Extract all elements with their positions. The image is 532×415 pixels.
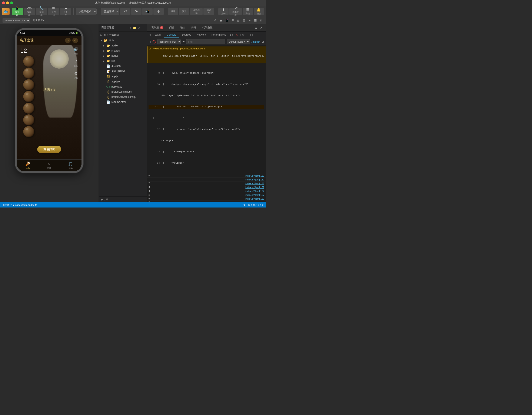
tab-console[interactable]: Console <box>164 32 179 38</box>
console-inspect-icon[interactable]: ⊡ <box>149 33 151 37</box>
tab-debugger-header[interactable]: 调试器 4 <box>149 25 166 30</box>
visual-button[interactable]: 👁 可视化 <box>48 8 59 15</box>
tab-wxml[interactable]: Wxml <box>152 32 164 38</box>
filter-toggle-icon[interactable]: ⊡ <box>149 40 151 43</box>
status-settings-icon[interactable]: ⚙ <box>243 204 245 207</box>
skin-button[interactable]: ⚙ 皮肤 <box>74 71 78 79</box>
bead-7[interactable] <box>23 126 34 137</box>
simulator-button[interactable]: 📱 模拟器 <box>12 8 23 15</box>
cloud-button[interactable]: ☁ 云开发 <box>60 8 71 15</box>
message-button[interactable]: 🔔 消息 <box>254 8 264 15</box>
menu-button[interactable]: ☰ <box>253 18 258 23</box>
app-service-select[interactable]: appservice (#1) <box>157 39 181 44</box>
refresh-button[interactable]: ↺ <box>120 8 131 15</box>
copy-path-icon[interactable]: ⊡ <box>35 204 37 207</box>
file-appwxss[interactable]: CSS app.wxss <box>99 84 147 89</box>
new-file-icon[interactable]: + <box>130 26 132 30</box>
debugger-button[interactable]: 🔧 调试器 <box>36 8 47 15</box>
buddha-background[interactable]: 12 <box>17 45 82 159</box>
reset-button[interactable]: ↺ 重置 <box>74 59 78 67</box>
editor-button[interactable]: </> 编辑器 <box>24 8 35 15</box>
desktop-button[interactable]: 🖥 <box>242 18 247 23</box>
folder-pages[interactable]: ▶ 📂 pages <box>99 53 147 58</box>
file-link-6[interactable]: index.js? [sm]:167 <box>245 198 264 200</box>
bead-3[interactable] <box>23 79 34 90</box>
opened-editors-section[interactable]: ▶ 打开的编辑器 <box>99 32 147 38</box>
tab-code-quality[interactable]: 代码质量 <box>200 25 215 30</box>
console-settings-icon[interactable]: ⚙ <box>242 33 245 37</box>
tab-nianzhu[interactable]: ○ 念珠 <box>47 161 51 169</box>
preview-icon-button[interactable]: 👁 <box>131 8 142 15</box>
refresh-tree-icon[interactable]: ↺ <box>138 26 140 30</box>
folder-images[interactable]: ▶ 📂 images <box>99 48 147 53</box>
file-appjs[interactable]: JS app.js <box>99 74 147 79</box>
tab-songbo[interactable]: 🎵 颂钵 <box>68 161 73 170</box>
tab-sources[interactable]: Sources <box>179 32 194 38</box>
folder-audio[interactable]: ▶ 📂 audio <box>99 43 147 48</box>
file-link-2[interactable]: index.js? [sm]:167 <box>245 182 264 185</box>
inspect-button[interactable]: ⊡ <box>236 18 240 23</box>
bead-4[interactable] <box>23 91 34 102</box>
console-layout-icon[interactable]: ⊟ <box>250 33 253 37</box>
more-tabs-icon[interactable]: >> <box>230 33 233 37</box>
copy-button[interactable]: ⧉ <box>231 18 235 23</box>
tab-mugu[interactable]: 🪘 木鱼 <box>25 161 30 170</box>
file-link-3[interactable]: index.js? [sm]:167 <box>245 186 264 188</box>
file-readme-html[interactable]: 📄 readme.html <box>99 99 147 105</box>
hotreload-button[interactable]: 热重载 开▾ <box>32 18 46 22</box>
more-icon[interactable]: ··· <box>65 38 71 43</box>
phone-view-button[interactable]: 📱 <box>225 18 230 23</box>
file-projectconfig[interactable]: {} project.config.json <box>99 89 147 94</box>
minimize-button[interactable] <box>6 1 9 4</box>
sound-button[interactable]: 🔊 声音 <box>73 47 78 55</box>
close-button[interactable] <box>2 1 5 4</box>
preview-right-button[interactable]: 预览 <box>179 8 190 15</box>
maximize-button[interactable] <box>10 1 13 4</box>
nav-circle-icon[interactable]: ⊙ <box>72 38 78 43</box>
more-tree-icon[interactable]: ··· <box>142 26 144 30</box>
compile-select[interactable]: 普通编译 <box>101 8 119 15</box>
layers-button[interactable]: ⊕ <box>153 8 164 15</box>
clear-cache-button[interactable]: 清缓存 <box>203 8 214 15</box>
file-link-5[interactable]: index.js? [sm]:167 <box>245 194 264 196</box>
user-avatar[interactable]: 🐟 <box>2 8 10 15</box>
file-link-4[interactable]: index.js? [sm]:167 <box>245 190 264 192</box>
tab-performance[interactable]: Performance <box>209 32 229 38</box>
details-button[interactable]: ☰ 详情 <box>243 8 253 15</box>
level-select[interactable]: Default levels ▾ <box>227 39 250 44</box>
mode-select[interactable]: 小程序模式 <box>76 8 97 15</box>
compile-right-button[interactable]: 编译 <box>168 8 178 15</box>
file-404[interactable]: 📄 404.html <box>99 63 147 69</box>
tab-output[interactable]: 输出 <box>178 25 188 30</box>
version-button[interactable]: ⎇ 版本管理 <box>229 8 242 15</box>
beads-column[interactable] <box>23 56 34 137</box>
console-more-icon[interactable]: ⋮ <box>246 33 249 37</box>
eye-filter-icon[interactable]: 👁 <box>182 40 185 43</box>
file-appjson[interactable]: {} app.json <box>99 79 147 84</box>
hidden-count[interactable]: 3 hidden <box>251 40 260 43</box>
devtools-close-button[interactable]: ✕ <box>259 26 264 30</box>
filter-settings-icon[interactable]: ⚙ <box>262 40 264 43</box>
device-select[interactable]: iPhone X 85% 16 ▾ <box>2 18 30 23</box>
file-link-0[interactable]: index.js? [sm]:167 <box>245 175 264 177</box>
new-folder-icon[interactable]: 📁 <box>133 26 136 30</box>
file-link-1[interactable]: index.js? [sm]:167 <box>245 178 264 181</box>
bead-5[interactable] <box>23 103 34 114</box>
filter-input[interactable] <box>186 39 225 44</box>
file-link-7[interactable]: index.js? [sm]:167 <box>245 201 264 203</box>
bead-2[interactable] <box>23 68 34 79</box>
phone-button[interactable]: 📲 <box>142 8 152 15</box>
devtools-expand-button[interactable]: ∧ <box>254 26 258 30</box>
record-button[interactable]: ⏺ <box>218 18 223 23</box>
bead-1[interactable] <box>23 56 34 67</box>
upload-button[interactable]: ⬆ 上传 <box>218 8 228 15</box>
bead-6[interactable] <box>23 114 34 126</box>
real-debug-button[interactable]: 真机调试 <box>190 8 203 15</box>
tab-terminal[interactable]: 终端 <box>189 25 199 30</box>
tab-network[interactable]: Network <box>194 32 209 38</box>
settings-sm-button[interactable]: ⚙ <box>259 18 264 23</box>
file-projectprivate[interactable]: {} project.private.config... <box>99 94 147 99</box>
cut-button[interactable]: ✂ <box>248 18 252 23</box>
file-readme-txt[interactable]: 📝 必看说明.txt <box>99 69 147 74</box>
root-folder-mugu[interactable]: ▼ 📂 木鱼 <box>99 38 147 43</box>
